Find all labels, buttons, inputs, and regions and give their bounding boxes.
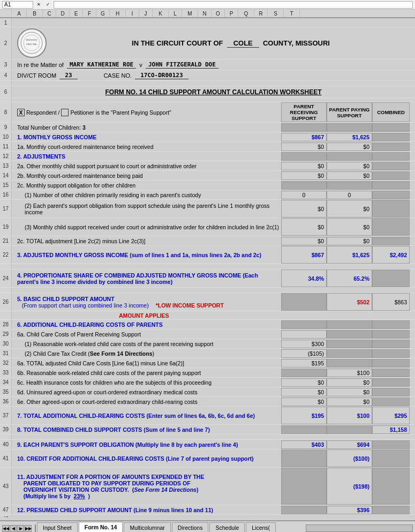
tab-form-no-14[interactable]: Form No. 14 xyxy=(79,522,123,532)
form-title: FORM NO. 14 CHILD SUPPORT AMOUNT CALCULA… xyxy=(12,86,415,98)
line2c2-area: (2) Each parent's support obligation fro… xyxy=(12,200,415,218)
respondent-label: Respondent / xyxy=(26,109,59,116)
sheet-content: 1 2 MISSOURI STATE SEAL IN THE CI xyxy=(0,18,415,517)
col-header-s[interactable]: S xyxy=(268,10,284,17)
line10-c3 xyxy=(372,449,410,467)
tab-multicolumnar[interactable]: Multicolumnar xyxy=(124,522,170,532)
line6a2-label: (2) Child Care Tax Credit (See Form 14 D… xyxy=(25,350,154,357)
line4-area: 4. PROPORTIONATE SHARE OF COMBINED ADJUS… xyxy=(12,269,415,287)
tab-schedule[interactable]: Schedule xyxy=(209,522,245,532)
col-header-b[interactable]: B xyxy=(27,10,43,17)
checkbox-x[interactable]: X xyxy=(17,109,25,116)
divct-label: DIV/CT ROOM xyxy=(17,72,56,79)
line2c1-label: (1) Number of other children primarily r… xyxy=(25,192,201,198)
line6d-c1: $0 xyxy=(281,388,327,396)
tab-nav-last[interactable]: ▶▶ xyxy=(25,525,32,532)
line6a1-c1: $300 xyxy=(281,340,327,348)
col-header-j[interactable]: J xyxy=(139,10,153,17)
row-27: AMOUNT APPLIES xyxy=(0,311,415,320)
row-line6a2: 31 (2) Child Care Tax Credit (See Form 1… xyxy=(0,349,415,358)
line10-c2: ($100) xyxy=(327,449,372,467)
line8-area: 8. TOTAL COMBINED CHILD SUPPORT COSTS (S… xyxy=(12,425,415,434)
col-header-p[interactable]: P xyxy=(225,10,238,17)
line6atotal-area: 6a. TOTAL adjusted Child Care Costs [Lin… xyxy=(12,358,415,368)
line11-c1 xyxy=(281,468,327,505)
tab-input-sheet[interactable]: Input Sheet xyxy=(37,522,78,532)
line3-c1: $867 xyxy=(281,246,327,264)
line6d-area: 6d. Uninsured agreed-upon or court-order… xyxy=(12,387,415,396)
line7-label: 7. TOTAL ADDITIONAL CHILD-REARING COSTS … xyxy=(17,413,255,419)
col-header-f[interactable]: F xyxy=(83,10,96,17)
row-line4: 24 4. PROPORTIONATE SHARE OF COMBINED AD… xyxy=(0,269,415,288)
line12-area: 12. PRESUMED CHILD SUPPORT AMOUNT (Line … xyxy=(12,505,415,514)
row-num-24: 24 xyxy=(0,269,12,287)
children-c3-gray xyxy=(372,123,410,132)
col-header-t[interactable]: T xyxy=(284,10,300,17)
row-num-5 xyxy=(0,81,12,86)
line2-label: 2. ADJUSTMENTS xyxy=(17,153,65,160)
petitioner-label: Petitioner is the "Parent Paying Support… xyxy=(70,109,171,116)
col-header-d[interactable]: D xyxy=(56,10,70,17)
row-line1a: 11 1a. Monthly court-ordered maintenance… xyxy=(0,142,415,152)
tab-directions[interactable]: Directions xyxy=(172,522,209,532)
respondent-name: JOHN FITZGERALD DOE xyxy=(146,61,218,69)
col-header-c[interactable]: C xyxy=(43,10,56,17)
col-header-q[interactable]: Q xyxy=(238,10,254,17)
col-header-n[interactable]: N xyxy=(198,10,212,17)
line1a-c1: $0 xyxy=(281,143,327,151)
col-header-h[interactable]: H xyxy=(110,10,126,17)
line6a2-c3 xyxy=(372,349,410,358)
col-header-k[interactable]: K xyxy=(153,10,169,17)
row-line3: 22 3. ADJUSTED MONTHLY GROSS INCOME (sum… xyxy=(0,246,415,264)
line5-c3: $863 xyxy=(372,293,410,311)
col-header-e[interactable]: E xyxy=(70,10,83,17)
h-scrollbar[interactable] xyxy=(306,524,413,532)
line6c-label: 6c. Health insurance costs for children … xyxy=(17,379,212,386)
line6-c2 xyxy=(327,320,372,329)
row-5 xyxy=(0,81,415,86)
line6a2-c1: ($105) xyxy=(281,349,327,358)
row-9: 9 Total Number of Children: 3 xyxy=(0,123,415,132)
tab-nav-prev[interactable]: ◀ xyxy=(10,525,17,532)
children-label: Total Number of Children: xyxy=(17,124,81,131)
formula-input[interactable] xyxy=(54,1,413,9)
court-seal: MISSOURI STATE SEAL xyxy=(17,28,47,58)
line12-label: 12. PRESUMED CHILD SUPPORT AMOUNT (Line … xyxy=(17,507,213,513)
col-header-i[interactable]: I xyxy=(126,10,139,17)
line6a-c2 xyxy=(327,330,372,339)
col-header-g[interactable]: G xyxy=(96,10,110,17)
line4-c3 xyxy=(372,269,410,287)
tab-nav-divider xyxy=(35,524,36,532)
checkbox-petitioner[interactable] xyxy=(61,109,69,116)
line8-c2 xyxy=(327,425,372,434)
cell-ref-box[interactable]: A1 xyxy=(2,1,33,9)
line2-c3 xyxy=(372,152,410,161)
line2c-c1 xyxy=(281,181,327,190)
col-header-l[interactable]: L xyxy=(169,10,182,17)
tab-licens[interactable]: Licens( xyxy=(246,522,276,532)
col-header-m[interactable]: M xyxy=(182,10,198,17)
row-line5: 26 5. BASIC CHILD SUPPORT AMOUNT (From s… xyxy=(0,293,415,311)
line7-c3: $295 xyxy=(372,407,410,424)
line6a1-c2 xyxy=(327,340,372,348)
line2ctotal-c3 xyxy=(372,237,410,245)
line2c1-c3 xyxy=(372,191,410,199)
divct-value: 23 xyxy=(59,72,77,79)
col-header-o[interactable]: O xyxy=(212,10,225,17)
col-header-a[interactable]: A xyxy=(12,10,27,17)
row-40 xyxy=(0,434,415,440)
line5-c2: $502 xyxy=(327,293,372,311)
row-line6: 28 6. ADDITIONAL CHILD-REARING COSTS OF … xyxy=(0,320,415,329)
line11-label4: (Multiply line 5 by 23% ) xyxy=(17,493,281,499)
line2c2-label: (2) Each parent's support obligation fro… xyxy=(25,203,281,215)
amount-applies-row: AMOUNT APPLIES xyxy=(12,311,415,319)
line8-c3: $1,158 xyxy=(372,425,410,434)
line2-area: 2. ADJUSTMENTS xyxy=(12,152,415,161)
line2c3-label: (3) Monthly child support received under… xyxy=(25,224,279,230)
col-header-r[interactable]: R xyxy=(254,10,268,17)
court-title: IN THE CIRCUIT COURT OF COLE COUNTY, MIS… xyxy=(132,39,330,47)
tab-nav-first[interactable]: ◀◀ xyxy=(2,525,9,532)
tab-nav-next[interactable]: ▶ xyxy=(17,525,24,532)
line6b-c2: $100 xyxy=(327,369,372,377)
row-line6c: 34 6c. Health insurance costs for childr… xyxy=(0,378,415,387)
